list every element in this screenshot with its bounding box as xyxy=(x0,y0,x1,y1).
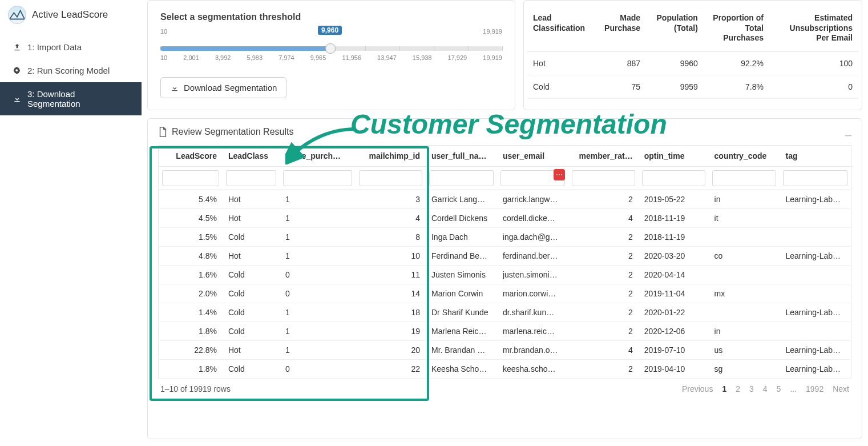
sidebar: Active LeadScore 1: Import Data2: Run Sc… xyxy=(0,0,142,446)
column-header[interactable]: user_full_na… xyxy=(426,146,497,167)
slider-thumb[interactable] xyxy=(325,43,336,54)
table-row[interactable]: 22.8%Hot120Mr. Brandan …mr.brandan.o…420… xyxy=(159,341,851,360)
stats-header: Lead Classification xyxy=(527,7,595,51)
stats-row: Hot887996092.2%100 xyxy=(527,51,858,75)
app-brand: Active LeadScore xyxy=(0,0,142,35)
download-icon xyxy=(170,83,179,93)
results-title: Review Segmentation Results xyxy=(172,127,293,137)
threshold-title: Select a segmentation threshold xyxy=(160,12,502,22)
slider-max-label: 19,919 xyxy=(483,28,502,35)
column-header[interactable]: LeadClass xyxy=(223,146,280,167)
nav-icon xyxy=(13,94,22,103)
collapse-icon[interactable]: – xyxy=(845,129,851,140)
nav-icon xyxy=(13,66,22,75)
main-content: Select a segmentation threshold 10 19,91… xyxy=(142,0,868,446)
pagination: Previous12345...1992Next xyxy=(682,384,849,393)
table-row[interactable]: 2.0%Cold014Marion Corwinmarion.corwi…220… xyxy=(159,284,851,303)
pager-page[interactable]: ... xyxy=(790,384,797,393)
filter-input[interactable] xyxy=(642,170,705,186)
slider-value-bubble: 9,960 xyxy=(318,26,342,35)
nav-icon xyxy=(13,43,22,52)
pager-next[interactable]: Next xyxy=(833,384,849,393)
slider-min-label: 10 xyxy=(160,28,167,35)
stats-header: Proportion of Total Purchases xyxy=(704,7,769,51)
app-logo-icon xyxy=(8,6,26,24)
document-icon xyxy=(158,127,167,137)
column-header[interactable]: member_rat… xyxy=(568,146,639,167)
pager-page[interactable]: 2 xyxy=(736,384,740,393)
table-row[interactable]: 1.4%Cold118Dr Sharif Kundedr.sharif.kun…… xyxy=(159,303,851,322)
column-header[interactable]: made_purch… xyxy=(280,146,356,167)
stats-row: Cold7599597.8%0 xyxy=(527,75,858,98)
stats-card: Lead ClassificationMade PurchasePopulati… xyxy=(523,0,862,110)
filter-input[interactable] xyxy=(783,170,847,186)
column-header[interactable]: LeadScore xyxy=(159,146,223,167)
results-header: Review Segmentation Results xyxy=(158,127,851,137)
pager-page[interactable]: 1 xyxy=(722,384,726,393)
column-header[interactable]: country_code xyxy=(709,146,780,167)
nav-item-2[interactable]: 3: Download Segmentation xyxy=(0,82,142,115)
filter-input[interactable] xyxy=(359,170,422,186)
results-table: LeadScoreLeadClassmade_purch…mailchimp_i… xyxy=(158,145,851,379)
stats-header: Population (Total) xyxy=(646,7,704,51)
table-row[interactable]: 1.6%Cold011Justen Simonisjusten.simoni…2… xyxy=(159,266,851,284)
pager-page[interactable]: 4 xyxy=(763,384,768,393)
filter-input[interactable] xyxy=(429,170,494,186)
filter-input[interactable] xyxy=(283,170,352,186)
stats-header: Estimated Unsubscriptions Per Email xyxy=(769,7,858,51)
results-row-count: 1–10 of 19919 rows xyxy=(160,384,231,393)
nav-list: 1: Import Data2: Run Scoring Model3: Dow… xyxy=(0,35,142,115)
table-row[interactable]: 4.8%Hot110Ferdinand Be…ferdinand.ber…220… xyxy=(159,247,851,266)
table-row[interactable]: 1.5%Cold18Inga Dachinga.dach@g…22018-11-… xyxy=(159,228,851,247)
nav-item-0[interactable]: 1: Import Data xyxy=(0,35,142,59)
nav-item-label: 2: Run Scoring Model xyxy=(27,66,110,75)
nav-item-label: 1: Import Data xyxy=(27,42,82,52)
filter-input[interactable] xyxy=(572,170,635,186)
pager-page[interactable]: 3 xyxy=(749,384,754,393)
filter-input[interactable] xyxy=(712,170,777,186)
slider-tick-labels: 102,0013,9925,9837,9749,96511,95613,9471… xyxy=(160,54,502,61)
stats-table: Lead ClassificationMade PurchasePopulati… xyxy=(527,7,858,99)
column-header[interactable]: tag xyxy=(780,146,851,167)
download-segmentation-button[interactable]: Download Segmentation xyxy=(160,77,286,98)
threshold-slider[interactable]: 10 19,919 9,960 102,0013,9925,9837,9749,… xyxy=(160,28,502,61)
column-header[interactable]: user_email xyxy=(497,146,568,167)
filter-input[interactable] xyxy=(226,170,276,186)
slider-fill xyxy=(160,46,330,51)
slider-track[interactable] xyxy=(160,46,502,51)
threshold-card: Select a segmentation threshold 10 19,91… xyxy=(147,0,515,110)
filter-active-icon[interactable]: ⋯ xyxy=(554,169,565,180)
table-row[interactable]: 5.4%Hot13Garrick Lang…garrick.langw…2201… xyxy=(159,190,851,209)
pager-page[interactable]: 5 xyxy=(777,384,781,393)
table-row[interactable]: 4.5%Hot14Cordell Dickenscordell.dicke…42… xyxy=(159,209,851,228)
download-button-label: Download Segmentation xyxy=(184,83,277,93)
column-header[interactable]: mailchimp_id xyxy=(356,146,426,167)
pager-prev[interactable]: Previous xyxy=(682,384,713,393)
table-row[interactable]: 1.8%Cold022Keesha Scho…keesha.scho…22019… xyxy=(159,360,851,379)
column-header[interactable]: optin_time xyxy=(639,146,709,167)
pager-page[interactable]: 1992 xyxy=(806,384,823,393)
results-card: Review Segmentation Results – LeadScoreL… xyxy=(147,118,862,439)
nav-item-label: 3: Download Segmentation xyxy=(27,89,129,109)
filter-input[interactable] xyxy=(162,170,219,186)
nav-item-1[interactable]: 2: Run Scoring Model xyxy=(0,59,142,82)
app-title: Active LeadScore xyxy=(32,9,108,21)
table-row[interactable]: 1.8%Cold119Marlena Reic…marlena.reic…220… xyxy=(159,322,851,341)
stats-header: Made Purchase xyxy=(595,7,646,51)
